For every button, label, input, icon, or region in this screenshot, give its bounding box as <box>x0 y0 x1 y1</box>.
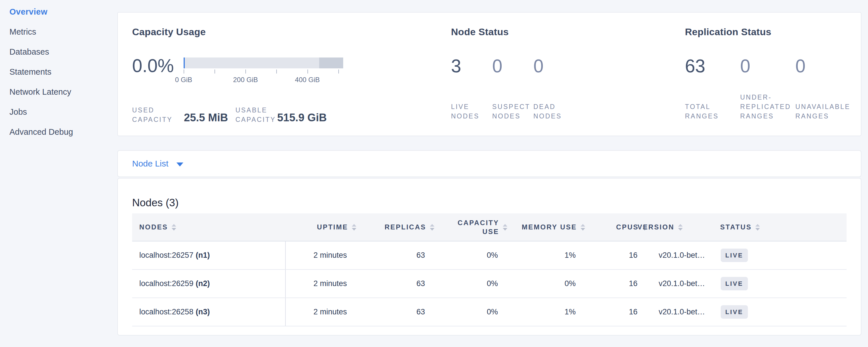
stat-unavailable-ranges: 0UNAVAILABLE RANGES <box>795 55 850 121</box>
capacity-usage-group: Capacity Usage 0.0% 0 GiB200 GiB400 GiB … <box>132 26 447 95</box>
stat-value: 63 <box>685 55 740 77</box>
cell-cpus: 16 <box>576 251 638 260</box>
column-header-label: MEMORY USE <box>522 223 577 231</box>
used-capacity-value: 25.5 MiB <box>184 111 228 124</box>
stat-value: 0 <box>795 55 850 77</box>
table-row[interactable]: localhost:26259(n2)2 minutes630%0%16v20.… <box>132 270 846 298</box>
axis-tick-label: 200 GiB <box>222 76 268 84</box>
cell-uptime: 2 minutes <box>286 279 347 288</box>
capacity-used-percent: 0.0% <box>132 55 184 95</box>
capacity-stats: USED CAPACITY 25.5 MiB USABLE CAPACITY 5… <box>132 105 327 124</box>
cluster-summary-card: Capacity Usage 0.0% 0 GiB200 GiB400 GiB … <box>117 12 861 136</box>
cell-memory-use: 1% <box>498 308 576 316</box>
column-header-label: REPLICAS <box>385 223 426 231</box>
cell-capacity-use: 0% <box>425 308 498 316</box>
node-address: localhost:26257 <box>139 251 193 260</box>
column-header-replicas[interactable]: REPLICAS <box>347 223 425 231</box>
sort-icon <box>172 224 176 230</box>
stat-suspect-nodes: 0SUSPECT NODES <box>492 55 533 121</box>
capacity-gauge-used-marker <box>184 58 185 68</box>
stat-label: TOTAL RANGES <box>685 77 740 121</box>
column-header-capacity-use[interactable]: CAPACITY USE <box>425 218 498 236</box>
used-capacity-label: USED CAPACITY <box>132 105 184 124</box>
stat-label: UNAVAILABLE RANGES <box>795 77 850 121</box>
stat-value: 3 <box>451 55 492 77</box>
chevron-down-icon <box>177 162 183 166</box>
capacity-gauge-track <box>184 58 343 68</box>
stat-total-ranges: 63TOTAL RANGES <box>685 55 740 121</box>
column-header-status[interactable]: STATUS <box>720 223 846 231</box>
column-header-memory-use[interactable]: MEMORY USE <box>498 223 576 231</box>
replication-status-group: Replication Status 63TOTAL RANGES0UNDER-… <box>685 26 850 121</box>
node-address: localhost:26259 <box>139 279 193 288</box>
nodes-table-header: NODESUPTIMEREPLICASCAPACITY USEMEMORY US… <box>132 213 846 242</box>
column-header-cpus[interactable]: CPUS <box>576 223 638 231</box>
nodes-table-card: Nodes (3) NODESUPTIMEREPLICASCAPACITY US… <box>117 178 861 336</box>
admin-ui-root: OverviewMetricsDatabasesStatementsNetwor… <box>0 0 868 347</box>
sidebar-item-metrics[interactable]: Metrics <box>0 26 117 46</box>
axis-tick <box>215 69 215 73</box>
column-header-label: CPUS <box>616 223 639 231</box>
sort-icon <box>755 224 760 230</box>
main-content: Capacity Usage 0.0% 0 GiB200 GiB400 GiB … <box>117 0 868 347</box>
cell-memory-use: 0% <box>498 279 576 288</box>
usable-capacity-label: USABLE CAPACITY <box>236 105 277 124</box>
axis-tick <box>307 69 308 73</box>
column-header-label: CAPACITY USE <box>455 218 499 236</box>
cell-uptime: 2 minutes <box>286 251 347 260</box>
sidebar-nav: OverviewMetricsDatabasesStatementsNetwor… <box>0 0 117 347</box>
node-list-dropdown-label: Node List <box>132 159 168 168</box>
cell-node-address: localhost:26257(n1) <box>132 242 286 269</box>
axis-tick-label: 0 GiB <box>161 76 207 84</box>
column-header-uptime[interactable]: UPTIME <box>286 223 347 231</box>
cell-replicas: 63 <box>347 279 425 288</box>
node-list-selector-card: Node List <box>117 150 861 177</box>
column-header-version[interactable]: VERSION <box>638 223 720 231</box>
status-badge: LIVE <box>721 277 748 290</box>
cell-status: LIVE <box>720 305 846 319</box>
status-badge: LIVE <box>721 305 748 319</box>
stat-label: SUSPECT NODES <box>492 77 533 121</box>
node-status-title: Node Status <box>451 26 575 37</box>
nodes-table-body: localhost:26257(n1)2 minutes630%1%16v20.… <box>132 242 846 326</box>
node-status-stats: 3LIVE NODES0SUSPECT NODES0DEAD NODES <box>451 55 575 121</box>
sidebar-item-jobs[interactable]: Jobs <box>0 106 117 126</box>
stat-label: DEAD NODES <box>533 77 575 121</box>
sort-icon <box>678 224 683 230</box>
node-list-dropdown[interactable]: Node List <box>132 159 183 168</box>
replication-stats: 63TOTAL RANGES0UNDER-REPLICATED RANGES0U… <box>685 55 850 121</box>
sidebar-item-network-latency[interactable]: Network Latency <box>0 86 117 106</box>
cell-version: v20.1.0-bet… <box>638 279 720 288</box>
cell-replicas: 63 <box>347 251 425 260</box>
sidebar-item-databases[interactable]: Databases <box>0 46 117 66</box>
axis-tick <box>338 69 339 73</box>
stat-label: UNDER-REPLICATED RANGES <box>740 77 795 121</box>
node-id: (n1) <box>196 251 210 260</box>
column-header-label: NODES <box>139 223 168 231</box>
capacity-usage-title: Capacity Usage <box>132 26 447 37</box>
sidebar-item-advanced-debug[interactable]: Advanced Debug <box>0 126 117 146</box>
node-status-group: Node Status 3LIVE NODES0SUSPECT NODES0DE… <box>451 26 575 121</box>
cell-node-address: localhost:26259(n2) <box>132 270 286 297</box>
axis-tick <box>184 69 184 73</box>
replication-status-title: Replication Status <box>685 26 850 37</box>
cell-capacity-use: 0% <box>425 279 498 288</box>
nodes-table: NODESUPTIMEREPLICASCAPACITY USEMEMORY US… <box>132 213 846 326</box>
stat-value: 0 <box>740 55 795 77</box>
cell-status: LIVE <box>720 277 846 290</box>
stat-dead-nodes: 0DEAD NODES <box>533 55 575 121</box>
cell-uptime: 2 minutes <box>286 308 347 316</box>
cell-version: v20.1.0-bet… <box>638 308 720 316</box>
capacity-gauge: 0 GiB200 GiB400 GiB <box>184 58 355 95</box>
cell-status: LIVE <box>720 249 846 262</box>
sidebar-item-overview[interactable]: Overview <box>0 6 117 26</box>
stat-under-replicated-ranges: 0UNDER-REPLICATED RANGES <box>740 55 795 121</box>
sidebar-item-statements[interactable]: Statements <box>0 66 117 86</box>
nodes-table-title: Nodes (3) <box>132 197 846 209</box>
node-id: (n2) <box>196 279 210 288</box>
cell-cpus: 16 <box>576 308 638 316</box>
column-header-label: UPTIME <box>317 223 348 231</box>
table-row[interactable]: localhost:26258(n3)2 minutes630%1%16v20.… <box>132 298 846 326</box>
table-row[interactable]: localhost:26257(n1)2 minutes630%1%16v20.… <box>132 242 846 270</box>
column-header-nodes[interactable]: NODES <box>132 223 286 231</box>
